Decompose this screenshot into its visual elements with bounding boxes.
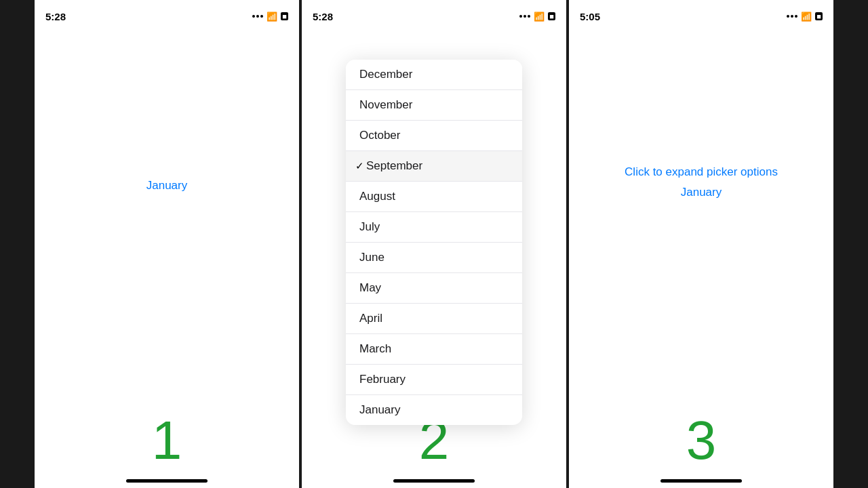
signal-icon-2 [519, 15, 530, 18]
dropdown-label-march: March [359, 342, 391, 356]
dropdown-item-april[interactable]: April [346, 304, 522, 334]
home-indicator-3 [660, 479, 742, 483]
wifi-icon: 📶 [267, 12, 277, 22]
status-bar-2: 5:28 📶 ■ [302, 0, 566, 30]
dropdown-label-october: October [359, 129, 400, 142]
phone-content-2: December November October September Augu… [302, 30, 566, 488]
dropdown-item-march[interactable]: March [346, 334, 522, 365]
dropdown-label-january: January [359, 403, 400, 417]
dropdown-label-september: September [366, 159, 422, 173]
dropdown-label-july: July [359, 220, 380, 234]
dropdown-label-november: November [359, 98, 412, 112]
status-time-2: 5:28 [313, 11, 333, 22]
status-icons-2: 📶 ■ [519, 12, 555, 22]
dropdown-item-august[interactable]: August [346, 182, 522, 212]
battery-icon-3: ■ [815, 12, 823, 20]
expand-january-label: January [681, 186, 722, 199]
status-time-1: 5:28 [45, 11, 66, 22]
month-dropdown[interactable]: December November October September Augu… [346, 60, 522, 425]
signal-icon [252, 15, 263, 18]
phone-content-1: January 1 [35, 30, 299, 488]
dropdown-item-january[interactable]: January [346, 395, 522, 425]
status-icons-1: 📶 ■ [252, 12, 288, 22]
signal-icon-3 [787, 15, 797, 18]
dropdown-item-july[interactable]: July [346, 212, 522, 243]
home-indicator-2 [393, 479, 475, 483]
dropdown-item-february[interactable]: February [346, 365, 522, 395]
status-time-3: 5:05 [580, 11, 600, 22]
dropdown-item-june[interactable]: June [346, 243, 522, 273]
dropdown-item-october[interactable]: October [346, 121, 522, 151]
dropdown-label-june: June [359, 251, 384, 264]
dropdown-label-april: April [359, 312, 382, 325]
expand-picker-text[interactable]: Click to expand picker options [625, 165, 778, 179]
wifi-icon-3: 📶 [801, 12, 812, 22]
phone-screen-1: 5:28 📶 ■ January 1 [35, 0, 299, 488]
phone-screen-3: 5:05 📶 ■ Click to expand picker options … [569, 0, 833, 488]
status-icons-3: 📶 ■ [787, 12, 823, 22]
dropdown-label-december: December [359, 68, 412, 81]
screen-number-1: 1 [152, 413, 182, 468]
dropdown-label-may: May [359, 281, 381, 295]
wifi-icon-2: 📶 [534, 12, 545, 22]
phone-screen-2: 5:28 📶 ■ December November October [302, 0, 566, 488]
app-container: 5:28 📶 ■ January 1 5:28 📶 ■ [0, 0, 868, 488]
dropdown-item-december[interactable]: December [346, 60, 522, 90]
dropdown-item-may[interactable]: May [346, 273, 522, 304]
dropdown-label-february: February [359, 373, 406, 386]
phone-content-3: Click to expand picker options January 3 [569, 30, 833, 488]
dropdown-item-september[interactable]: September [346, 151, 522, 182]
screen-number-3: 3 [686, 413, 717, 468]
home-indicator-1 [126, 479, 208, 483]
status-bar-3: 5:05 📶 ■ [569, 0, 833, 30]
status-bar-1: 5:28 📶 ■ [35, 0, 299, 30]
battery-icon: ■ [281, 12, 288, 20]
dropdown-label-august: August [359, 190, 395, 203]
battery-icon-2: ■ [548, 12, 555, 20]
january-link-1[interactable]: January [146, 179, 187, 192]
dropdown-item-november[interactable]: November [346, 90, 522, 121]
